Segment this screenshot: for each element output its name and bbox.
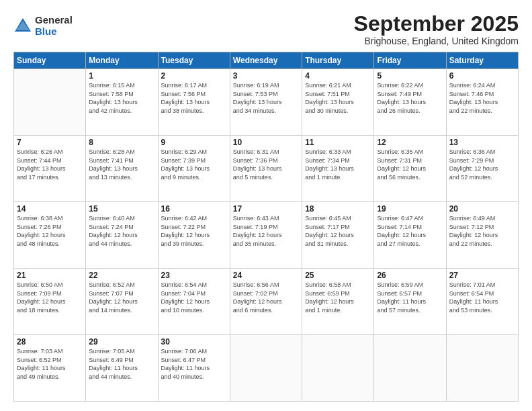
day-number: 13: [449, 138, 515, 147]
table-row: 17Sunrise: 6:43 AM Sunset: 7:19 PM Dayli…: [230, 202, 302, 269]
table-row: 24Sunrise: 6:56 AM Sunset: 7:02 PM Dayli…: [230, 269, 302, 335]
col-monday: Monday: [86, 52, 158, 69]
day-info: Sunrise: 6:22 AM Sunset: 7:49 PM Dayligh…: [377, 81, 443, 115]
day-number: 6: [449, 71, 515, 81]
table-row: 2Sunrise: 6:17 AM Sunset: 7:56 PM Daylig…: [158, 69, 230, 136]
day-number: 24: [233, 271, 299, 280]
calendar-week-row: 1Sunrise: 6:15 AM Sunset: 7:58 PM Daylig…: [14, 69, 519, 136]
day-info: Sunrise: 6:19 AM Sunset: 7:53 PM Dayligh…: [233, 81, 299, 115]
day-number: 10: [233, 138, 299, 147]
col-tuesday: Tuesday: [158, 52, 230, 69]
table-row: 19Sunrise: 6:47 AM Sunset: 7:14 PM Dayli…: [374, 202, 446, 269]
col-saturday: Saturday: [446, 52, 518, 69]
calendar-table: Sunday Monday Tuesday Wednesday Thursday…: [13, 52, 519, 402]
day-number: 23: [161, 271, 227, 280]
table-row: 12Sunrise: 6:35 AM Sunset: 7:31 PM Dayli…: [374, 136, 446, 202]
day-info: Sunrise: 6:33 AM Sunset: 7:34 PM Dayligh…: [305, 148, 371, 181]
col-wednesday: Wednesday: [230, 52, 302, 69]
table-row: 14Sunrise: 6:38 AM Sunset: 7:26 PM Dayli…: [14, 202, 86, 269]
day-number: 19: [377, 204, 443, 214]
table-row: 6Sunrise: 6:24 AM Sunset: 7:46 PM Daylig…: [446, 69, 518, 136]
day-number: 3: [233, 71, 299, 81]
table-row: 22Sunrise: 6:52 AM Sunset: 7:07 PM Dayli…: [86, 269, 158, 335]
day-info: Sunrise: 6:59 AM Sunset: 6:57 PM Dayligh…: [377, 281, 443, 314]
table-row: 16Sunrise: 6:42 AM Sunset: 7:22 PM Dayli…: [158, 202, 230, 269]
header: General Blue September 2025 Brighouse, E…: [13, 12, 519, 46]
day-info: Sunrise: 6:21 AM Sunset: 7:51 PM Dayligh…: [305, 81, 371, 115]
day-info: Sunrise: 6:42 AM Sunset: 7:22 PM Dayligh…: [161, 214, 227, 248]
calendar-header-row: Sunday Monday Tuesday Wednesday Thursday…: [14, 52, 519, 69]
table-row: 7Sunrise: 6:26 AM Sunset: 7:44 PM Daylig…: [14, 136, 86, 202]
day-number: 18: [305, 204, 371, 214]
col-thursday: Thursday: [302, 52, 374, 69]
table-row: 5Sunrise: 6:22 AM Sunset: 7:49 PM Daylig…: [374, 69, 446, 136]
logo-blue: Blue: [35, 26, 73, 38]
table-row: 11Sunrise: 6:33 AM Sunset: 7:34 PM Dayli…: [302, 136, 374, 202]
day-info: Sunrise: 6:38 AM Sunset: 7:26 PM Dayligh…: [17, 214, 83, 248]
table-row: [446, 335, 518, 402]
day-info: Sunrise: 6:56 AM Sunset: 7:02 PM Dayligh…: [233, 281, 299, 314]
day-info: Sunrise: 6:26 AM Sunset: 7:44 PM Dayligh…: [17, 148, 83, 181]
table-row: 21Sunrise: 6:50 AM Sunset: 7:09 PM Dayli…: [14, 269, 86, 335]
table-row: 10Sunrise: 6:31 AM Sunset: 7:36 PM Dayli…: [230, 136, 302, 202]
day-number: 28: [17, 337, 83, 347]
table-row: 30Sunrise: 7:06 AM Sunset: 6:47 PM Dayli…: [158, 335, 230, 402]
day-info: Sunrise: 6:15 AM Sunset: 7:58 PM Dayligh…: [89, 81, 154, 115]
calendar-week-row: 14Sunrise: 6:38 AM Sunset: 7:26 PM Dayli…: [14, 202, 519, 269]
subtitle: Brighouse, England, United Kingdom: [354, 36, 519, 46]
calendar-week-row: 7Sunrise: 6:26 AM Sunset: 7:44 PM Daylig…: [14, 136, 519, 202]
day-info: Sunrise: 6:40 AM Sunset: 7:24 PM Dayligh…: [89, 214, 154, 248]
table-row: 1Sunrise: 6:15 AM Sunset: 7:58 PM Daylig…: [86, 69, 158, 136]
day-info: Sunrise: 6:52 AM Sunset: 7:07 PM Dayligh…: [89, 281, 154, 314]
calendar-week-row: 28Sunrise: 7:03 AM Sunset: 6:52 PM Dayli…: [14, 335, 519, 402]
table-row: 13Sunrise: 6:36 AM Sunset: 7:29 PM Dayli…: [446, 136, 518, 202]
col-sunday: Sunday: [14, 52, 86, 69]
day-number: 9: [161, 138, 227, 147]
svg-marker-1: [16, 21, 30, 30]
table-row: [14, 69, 86, 136]
table-row: [374, 335, 446, 402]
day-number: 27: [449, 271, 515, 280]
day-number: 11: [305, 138, 371, 147]
day-number: 1: [89, 71, 154, 81]
col-friday: Friday: [374, 52, 446, 69]
table-row: 25Sunrise: 6:58 AM Sunset: 6:59 PM Dayli…: [302, 269, 374, 335]
table-row: 15Sunrise: 6:40 AM Sunset: 7:24 PM Dayli…: [86, 202, 158, 269]
title-block: September 2025 Brighouse, England, Unite…: [354, 12, 519, 46]
day-number: 15: [89, 204, 154, 214]
day-number: 16: [161, 204, 227, 214]
table-row: 27Sunrise: 7:01 AM Sunset: 6:54 PM Dayli…: [446, 269, 518, 335]
day-info: Sunrise: 6:31 AM Sunset: 7:36 PM Dayligh…: [233, 148, 299, 181]
day-number: 7: [17, 138, 83, 147]
logo-text: General Blue: [35, 15, 73, 37]
table-row: 18Sunrise: 6:45 AM Sunset: 7:17 PM Dayli…: [302, 202, 374, 269]
table-row: 20Sunrise: 6:49 AM Sunset: 7:12 PM Dayli…: [446, 202, 518, 269]
logo-general: General: [35, 15, 73, 26]
table-row: 23Sunrise: 6:54 AM Sunset: 7:04 PM Dayli…: [158, 269, 230, 335]
day-number: 17: [233, 204, 299, 214]
page: General Blue September 2025 Brighouse, E…: [0, 0, 532, 411]
day-number: 2: [161, 71, 227, 81]
day-info: Sunrise: 7:03 AM Sunset: 6:52 PM Dayligh…: [17, 347, 83, 381]
table-row: 29Sunrise: 7:05 AM Sunset: 6:49 PM Dayli…: [86, 335, 158, 402]
day-number: 5: [377, 71, 443, 81]
day-info: Sunrise: 6:50 AM Sunset: 7:09 PM Dayligh…: [17, 281, 83, 314]
month-title: September 2025: [354, 12, 519, 36]
day-number: 21: [17, 271, 83, 280]
day-info: Sunrise: 6:47 AM Sunset: 7:14 PM Dayligh…: [377, 214, 443, 248]
day-info: Sunrise: 6:45 AM Sunset: 7:17 PM Dayligh…: [305, 214, 371, 248]
day-number: 4: [305, 71, 371, 81]
logo-icon: [13, 17, 32, 36]
day-number: 20: [449, 204, 515, 214]
day-number: 8: [89, 138, 154, 147]
logo: General Blue: [13, 15, 73, 37]
day-info: Sunrise: 6:43 AM Sunset: 7:19 PM Dayligh…: [233, 214, 299, 248]
table-row: [230, 335, 302, 402]
table-row: 28Sunrise: 7:03 AM Sunset: 6:52 PM Dayli…: [14, 335, 86, 402]
day-info: Sunrise: 6:28 AM Sunset: 7:41 PM Dayligh…: [89, 148, 154, 181]
day-number: 14: [17, 204, 83, 214]
table-row: 4Sunrise: 6:21 AM Sunset: 7:51 PM Daylig…: [302, 69, 374, 136]
table-row: 9Sunrise: 6:29 AM Sunset: 7:39 PM Daylig…: [158, 136, 230, 202]
day-number: 22: [89, 271, 154, 280]
day-number: 30: [161, 337, 227, 347]
